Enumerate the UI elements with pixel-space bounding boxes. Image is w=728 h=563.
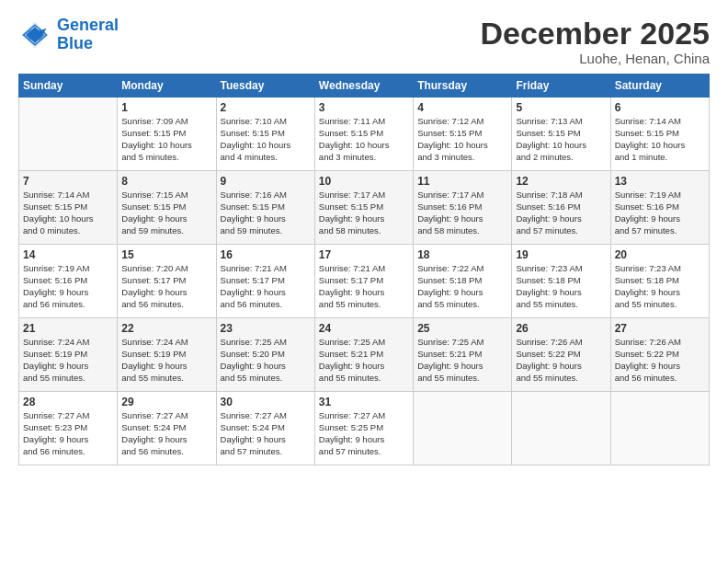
calendar-cell: 4Sunrise: 7:12 AM Sunset: 5:15 PM Daylig… xyxy=(414,98,512,171)
day-info: Sunrise: 7:21 AM Sunset: 5:17 PM Dayligh… xyxy=(319,263,409,310)
day-info: Sunrise: 7:17 AM Sunset: 5:15 PM Dayligh… xyxy=(319,190,409,236)
day-number: 24 xyxy=(319,322,409,335)
day-number: 31 xyxy=(319,396,409,408)
day-info: Sunrise: 7:18 AM Sunset: 5:16 PM Dayligh… xyxy=(516,190,606,236)
day-info: Sunrise: 7:27 AM Sunset: 5:24 PM Dayligh… xyxy=(121,410,211,457)
calendar-cell: 26Sunrise: 7:26 AM Sunset: 5:22 PM Dayli… xyxy=(512,318,610,392)
day-info: Sunrise: 7:16 AM Sunset: 5:15 PM Dayligh… xyxy=(221,190,311,236)
day-number: 29 xyxy=(121,396,211,408)
day-number: 22 xyxy=(121,322,211,335)
calendar-cell: 24Sunrise: 7:25 AM Sunset: 5:21 PM Dayli… xyxy=(314,318,413,392)
calendar-cell: 5Sunrise: 7:13 AM Sunset: 5:15 PM Daylig… xyxy=(512,98,610,171)
day-number: 27 xyxy=(615,322,705,335)
calendar-cell: 25Sunrise: 7:25 AM Sunset: 5:21 PM Dayli… xyxy=(414,318,512,392)
calendar-cell: 31Sunrise: 7:27 AM Sunset: 5:25 PM Dayli… xyxy=(314,392,413,465)
calendar-cell: 22Sunrise: 7:24 AM Sunset: 5:19 PM Dayli… xyxy=(118,318,216,392)
day-number: 23 xyxy=(221,322,311,335)
weekday-sunday: Sunday xyxy=(19,75,118,98)
calendar-cell: 10Sunrise: 7:17 AM Sunset: 5:15 PM Dayli… xyxy=(314,171,413,245)
calendar-cell: 8Sunrise: 7:15 AM Sunset: 5:15 PM Daylig… xyxy=(118,171,216,245)
weekday-saturday: Saturday xyxy=(610,75,709,98)
day-info: Sunrise: 7:26 AM Sunset: 5:22 PM Dayligh… xyxy=(516,337,606,384)
day-number: 10 xyxy=(319,175,409,188)
calendar-cell xyxy=(610,392,709,465)
day-info: Sunrise: 7:20 AM Sunset: 5:17 PM Dayligh… xyxy=(121,263,211,310)
logo: General Blue xyxy=(18,17,119,53)
day-info: Sunrise: 7:24 AM Sunset: 5:19 PM Dayligh… xyxy=(121,337,211,384)
day-info: Sunrise: 7:15 AM Sunset: 5:15 PM Dayligh… xyxy=(121,190,211,236)
day-info: Sunrise: 7:27 AM Sunset: 5:24 PM Dayligh… xyxy=(221,410,311,457)
calendar-cell: 2Sunrise: 7:10 AM Sunset: 5:15 PM Daylig… xyxy=(216,98,314,171)
day-number: 18 xyxy=(417,248,507,261)
day-info: Sunrise: 7:17 AM Sunset: 5:16 PM Dayligh… xyxy=(417,190,507,236)
day-number: 16 xyxy=(221,248,311,261)
day-info: Sunrise: 7:19 AM Sunset: 5:16 PM Dayligh… xyxy=(23,263,113,310)
calendar-cell: 15Sunrise: 7:20 AM Sunset: 5:17 PM Dayli… xyxy=(118,245,216,318)
day-number: 28 xyxy=(23,396,113,408)
calendar-cell: 29Sunrise: 7:27 AM Sunset: 5:24 PM Dayli… xyxy=(118,392,216,465)
weekday-tuesday: Tuesday xyxy=(216,75,314,98)
day-info: Sunrise: 7:27 AM Sunset: 5:23 PM Dayligh… xyxy=(23,410,113,457)
day-number: 19 xyxy=(516,248,606,261)
week-row-3: 14Sunrise: 7:19 AM Sunset: 5:16 PM Dayli… xyxy=(19,245,710,318)
day-info: Sunrise: 7:25 AM Sunset: 5:21 PM Dayligh… xyxy=(417,337,507,384)
calendar-cell xyxy=(19,98,118,171)
weekday-monday: Monday xyxy=(118,75,216,98)
day-number: 13 xyxy=(615,175,705,188)
day-number: 8 xyxy=(121,175,211,188)
day-info: Sunrise: 7:14 AM Sunset: 5:15 PM Dayligh… xyxy=(615,116,705,163)
day-info: Sunrise: 7:24 AM Sunset: 5:19 PM Dayligh… xyxy=(23,337,113,384)
day-info: Sunrise: 7:12 AM Sunset: 5:15 PM Dayligh… xyxy=(417,116,507,163)
calendar-cell: 6Sunrise: 7:14 AM Sunset: 5:15 PM Daylig… xyxy=(610,98,709,171)
day-info: Sunrise: 7:22 AM Sunset: 5:18 PM Dayligh… xyxy=(417,263,507,310)
week-row-4: 21Sunrise: 7:24 AM Sunset: 5:19 PM Dayli… xyxy=(19,318,710,392)
calendar-cell: 20Sunrise: 7:23 AM Sunset: 5:18 PM Dayli… xyxy=(610,245,709,318)
calendar-table: SundayMondayTuesdayWednesdayThursdayFrid… xyxy=(18,74,710,465)
day-number: 9 xyxy=(221,175,311,188)
day-number: 25 xyxy=(417,322,507,335)
day-info: Sunrise: 7:27 AM Sunset: 5:25 PM Dayligh… xyxy=(319,410,409,457)
day-info: Sunrise: 7:14 AM Sunset: 5:15 PM Dayligh… xyxy=(23,190,113,236)
logo-text: General Blue xyxy=(57,17,119,53)
calendar-cell: 17Sunrise: 7:21 AM Sunset: 5:17 PM Dayli… xyxy=(314,245,413,318)
calendar-cell: 23Sunrise: 7:25 AM Sunset: 5:20 PM Dayli… xyxy=(216,318,314,392)
day-number: 26 xyxy=(516,322,606,335)
day-number: 6 xyxy=(615,101,705,114)
day-number: 7 xyxy=(23,175,113,188)
day-info: Sunrise: 7:23 AM Sunset: 5:18 PM Dayligh… xyxy=(516,263,606,310)
day-number: 15 xyxy=(121,248,211,261)
day-number: 30 xyxy=(221,396,311,408)
day-info: Sunrise: 7:09 AM Sunset: 5:15 PM Dayligh… xyxy=(121,116,211,163)
day-number: 2 xyxy=(221,101,311,114)
day-number: 17 xyxy=(319,248,409,261)
day-number: 5 xyxy=(516,101,606,114)
week-row-2: 7Sunrise: 7:14 AM Sunset: 5:15 PM Daylig… xyxy=(19,171,710,245)
day-info: Sunrise: 7:11 AM Sunset: 5:15 PM Dayligh… xyxy=(319,116,409,163)
calendar-cell: 21Sunrise: 7:24 AM Sunset: 5:19 PM Dayli… xyxy=(19,318,118,392)
calendar-cell: 11Sunrise: 7:17 AM Sunset: 5:16 PM Dayli… xyxy=(414,171,512,245)
day-info: Sunrise: 7:19 AM Sunset: 5:16 PM Dayligh… xyxy=(615,190,705,236)
weekday-friday: Friday xyxy=(512,75,610,98)
calendar-cell: 19Sunrise: 7:23 AM Sunset: 5:18 PM Dayli… xyxy=(512,245,610,318)
calendar-cell: 28Sunrise: 7:27 AM Sunset: 5:23 PM Dayli… xyxy=(19,392,118,465)
calendar-cell: 18Sunrise: 7:22 AM Sunset: 5:18 PM Dayli… xyxy=(414,245,512,318)
title-block: December 2025 Luohe, Henan, China xyxy=(480,17,710,66)
calendar-cell: 16Sunrise: 7:21 AM Sunset: 5:17 PM Dayli… xyxy=(216,245,314,318)
day-info: Sunrise: 7:13 AM Sunset: 5:15 PM Dayligh… xyxy=(516,116,606,163)
day-number: 14 xyxy=(23,248,113,261)
logo-icon xyxy=(18,18,51,52)
day-info: Sunrise: 7:23 AM Sunset: 5:18 PM Dayligh… xyxy=(615,263,705,310)
calendar-cell xyxy=(512,392,610,465)
week-row-5: 28Sunrise: 7:27 AM Sunset: 5:23 PM Dayli… xyxy=(19,392,710,465)
calendar-cell: 13Sunrise: 7:19 AM Sunset: 5:16 PM Dayli… xyxy=(610,171,709,245)
day-number: 1 xyxy=(121,101,211,114)
calendar-cell: 9Sunrise: 7:16 AM Sunset: 5:15 PM Daylig… xyxy=(216,171,314,245)
header: General Blue December 2025 Luohe, Henan,… xyxy=(18,17,710,66)
day-info: Sunrise: 7:10 AM Sunset: 5:15 PM Dayligh… xyxy=(221,116,311,163)
calendar-subtitle: Luohe, Henan, China xyxy=(480,51,710,66)
day-number: 11 xyxy=(417,175,507,188)
weekday-thursday: Thursday xyxy=(414,75,512,98)
day-number: 20 xyxy=(615,248,705,261)
calendar-page: General Blue December 2025 Luohe, Henan,… xyxy=(0,0,728,563)
calendar-cell: 30Sunrise: 7:27 AM Sunset: 5:24 PM Dayli… xyxy=(216,392,314,465)
